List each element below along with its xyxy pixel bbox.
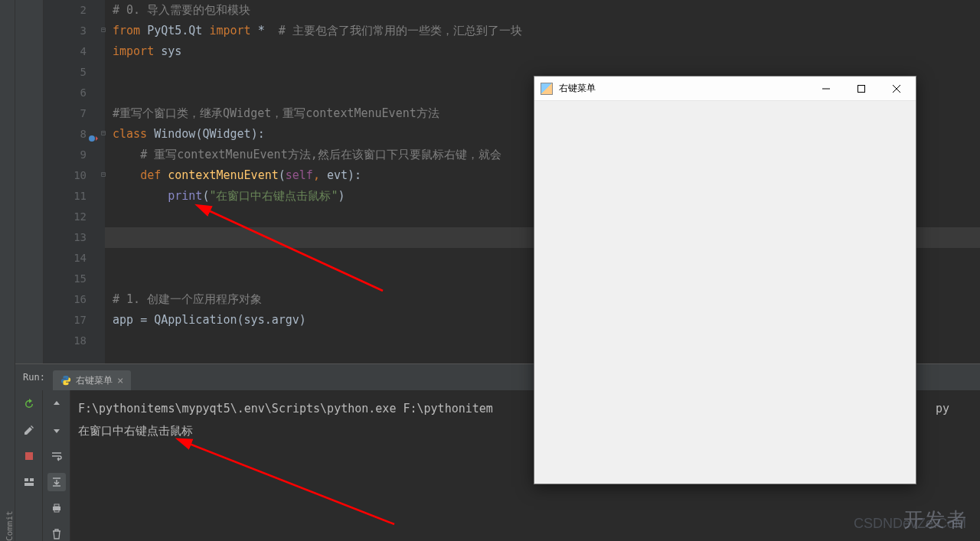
line-number[interactable]: 16 xyxy=(44,289,87,310)
code-param: evt xyxy=(327,168,348,182)
code-paren: ( xyxy=(237,313,244,327)
code-string: "在窗口中右键点击鼠标" xyxy=(209,189,338,203)
fold-mark-icon[interactable]: ⊟ xyxy=(101,122,106,143)
scroll-to-end-button[interactable] xyxy=(47,473,66,491)
fold-mark-icon[interactable]: ⊟ xyxy=(101,19,106,40)
code-comment: # 0. 导入需要的包和模块 xyxy=(113,3,250,17)
watermark-text-small: CSDNDevZe.CoM xyxy=(854,516,966,532)
line-number[interactable]: 3 xyxy=(44,21,87,41)
rerun-button[interactable] xyxy=(20,395,38,413)
run-label: Run: xyxy=(15,372,53,383)
code-comment: #重写个窗口类，继承QWidget，重写contextMenuEvent方法 xyxy=(113,106,439,120)
line-number[interactable]: 14 xyxy=(44,248,87,269)
line-number[interactable]: 12 xyxy=(44,207,87,227)
up-button[interactable] xyxy=(47,395,66,413)
line-number[interactable]: 15 xyxy=(44,269,87,289)
soft-wrap-button[interactable] xyxy=(47,447,66,465)
code-module: PyQt5.Qt xyxy=(147,24,209,37)
line-number[interactable]: 10 xyxy=(44,165,87,186)
code-keyword: class xyxy=(113,127,154,141)
code-keyword: import xyxy=(209,24,257,37)
line-number[interactable]: 13 xyxy=(44,227,87,248)
code-class: QApplication xyxy=(154,313,237,327)
print-button[interactable] xyxy=(47,499,66,517)
code-paren: ) xyxy=(338,189,345,203)
code-function: contextMenuEvent xyxy=(168,168,279,182)
code-comma: , xyxy=(313,168,327,182)
code-paren: ( xyxy=(279,168,286,182)
run-toolbar-primary xyxy=(15,390,43,541)
svg-rect-8 xyxy=(858,85,865,92)
line-number[interactable]: 18 xyxy=(44,331,87,351)
project-tool-column xyxy=(15,0,44,363)
svg-rect-1 xyxy=(25,452,33,460)
fold-mark-icon[interactable]: ⊟ xyxy=(101,164,106,184)
python-icon xyxy=(60,375,71,386)
code-keyword: def xyxy=(140,168,168,182)
code-self: self xyxy=(286,168,313,182)
run-toolbar-secondary xyxy=(43,390,70,541)
line-number[interactable]: 2 xyxy=(44,0,87,21)
code-paren: ) xyxy=(299,313,306,327)
line-number[interactable]: 6 xyxy=(44,83,87,103)
svg-rect-6 xyxy=(54,504,59,507)
layout-button[interactable] xyxy=(20,473,38,491)
code-var: app xyxy=(113,313,140,327)
line-gutter[interactable]: 2 3 4 5 6 7 8 9 10 11 12 13 14 15 16 17 … xyxy=(44,0,105,363)
code-comment: # 重写contextMenuEvent方法,然后在该窗口下只要鼠标右键，就会 xyxy=(140,148,501,161)
code-paren: ): xyxy=(251,127,265,141)
app-window[interactable]: 右键菜单 xyxy=(534,76,916,484)
line-number[interactable]: 11 xyxy=(44,186,87,207)
stop-button[interactable] xyxy=(20,447,38,465)
line-number[interactable]: 9 xyxy=(44,145,87,165)
override-gutter-icon[interactable] xyxy=(88,132,100,145)
code-base: QWidget xyxy=(202,127,250,141)
svg-point-0 xyxy=(89,135,95,142)
code-paren: ): xyxy=(348,168,361,182)
code-builtin: print xyxy=(168,189,202,203)
run-tab[interactable]: 右键菜单 × xyxy=(53,370,131,390)
window-titlebar[interactable]: 右键菜单 xyxy=(534,77,916,101)
line-number[interactable]: 8 xyxy=(44,124,87,145)
delete-button[interactable] xyxy=(47,525,66,541)
line-number[interactable]: 5 xyxy=(44,62,87,83)
code-classname: Window xyxy=(154,127,195,141)
window-buttons xyxy=(808,77,914,100)
window-title: 右键菜单 xyxy=(559,82,808,95)
code-op: = xyxy=(140,313,154,327)
window-app-icon xyxy=(541,83,553,95)
svg-rect-2 xyxy=(24,478,28,481)
code-keyword: from xyxy=(113,24,147,37)
run-tab-label: 右键菜单 xyxy=(76,374,113,387)
commit-tab[interactable]: Commit xyxy=(5,6,15,541)
code-op: * xyxy=(258,24,279,37)
maximize-button[interactable] xyxy=(844,77,879,100)
edit-config-button[interactable] xyxy=(20,421,38,439)
code-arg: sys.argv xyxy=(244,313,299,327)
left-tool-rail: Commit Bookmarks xyxy=(0,0,15,541)
run-tab-close-icon[interactable]: × xyxy=(117,374,123,386)
window-body[interactable] xyxy=(534,101,916,484)
line-number[interactable]: 4 xyxy=(44,41,87,62)
code-module: sys xyxy=(161,44,181,58)
svg-rect-7 xyxy=(54,510,59,512)
line-number[interactable]: 7 xyxy=(44,103,87,124)
down-button[interactable] xyxy=(47,421,66,439)
code-comment: # 主要包含了我们常用的一些类，汇总到了一块 xyxy=(279,24,522,37)
close-button[interactable] xyxy=(879,77,914,100)
svg-rect-3 xyxy=(30,478,34,481)
minimize-button[interactable] xyxy=(808,77,844,100)
code-keyword: import xyxy=(113,44,161,58)
code-comment: # 1. 创建一个应用程序对象 xyxy=(113,292,262,306)
line-number[interactable]: 17 xyxy=(44,310,87,331)
svg-rect-4 xyxy=(24,483,34,486)
